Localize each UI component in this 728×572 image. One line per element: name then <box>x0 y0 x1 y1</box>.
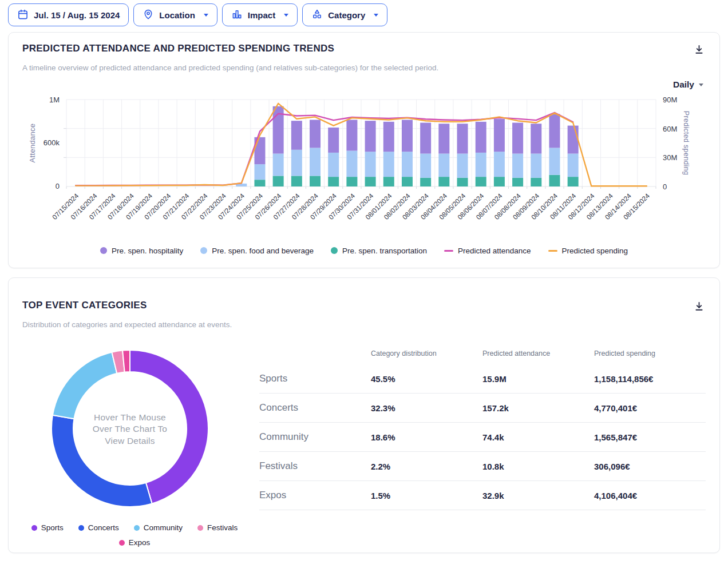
trends-subtitle: A timeline overview of predicted attenda… <box>22 63 706 72</box>
impact-filter[interactable]: Impact <box>222 3 298 26</box>
legend-dot-marker <box>331 247 338 254</box>
download-trends-button[interactable] <box>693 43 706 56</box>
categories-table: Category distributionPredicted attendanc… <box>252 346 706 547</box>
legend-item[interactable]: Predicted attendance <box>444 247 531 255</box>
date-range-picker[interactable]: Jul. 15 / Aug. 15 2024 <box>8 3 129 26</box>
donut-legend-item[interactable]: Community <box>134 523 183 532</box>
legend-dot-marker <box>100 247 107 254</box>
donut-slice-community[interactable] <box>53 352 117 419</box>
table-cell-distribution: 32.3% <box>371 394 482 423</box>
legend-item[interactable]: Pre. spen. food and beverage <box>200 247 314 255</box>
table-header: Predicted spending <box>594 346 706 364</box>
trends-chart[interactable]: 0600k1M030M60M90MAttendancePredicted spe… <box>22 95 706 243</box>
table-row-label: Community <box>259 423 371 452</box>
trends-legend: Pre. spen. hospitalityPre. spen. food an… <box>22 244 706 257</box>
trends-chart-svg: 0600k1M030M60M90MAttendancePredicted spe… <box>22 95 707 243</box>
trends-card: PREDICTED ATTENDANCE AND PREDICTED SPEND… <box>8 32 720 268</box>
table-cell-spending: 4,770,401€ <box>594 394 706 423</box>
table-cell-distribution: 1.5% <box>371 481 482 510</box>
legend-dot-marker <box>197 525 203 531</box>
donut-center-hint: Hover The Mouse Over The Chart To View D… <box>76 412 184 447</box>
filter-bar: Jul. 15 / Aug. 15 2024 Location Impact <box>8 3 720 26</box>
legend-dot-marker <box>78 525 84 531</box>
calendar-icon <box>17 9 29 22</box>
legend-line-marker <box>548 250 557 252</box>
legend-label: Pre. spen. food and beverage <box>212 247 314 255</box>
trends-title: PREDICTED ATTENDANCE AND PREDICTED SPEND… <box>22 43 334 54</box>
table-header-spacer <box>259 346 371 364</box>
categories-card: TOP EVENT CATEGORIES Distribution of cat… <box>8 277 720 553</box>
categories-subtitle: Distribution of categories and expected … <box>22 320 706 329</box>
donut-legend-item[interactable]: Sports <box>31 523 64 532</box>
legend-label: Concerts <box>88 523 119 532</box>
legend-dot-marker <box>134 525 140 531</box>
impact-filter-label: Impact <box>248 10 275 20</box>
svg-text:Predicted spending: Predicted spending <box>682 111 690 175</box>
svg-text:Attendance: Attendance <box>28 124 37 163</box>
svg-text:60M: 60M <box>663 125 677 133</box>
location-filter[interactable]: Location <box>133 3 217 26</box>
svg-text:0: 0 <box>56 182 60 190</box>
table-cell-spending: 306,096€ <box>594 452 706 481</box>
legend-label: Community <box>144 523 183 532</box>
legend-item[interactable]: Pre. spen. hospitality <box>100 247 183 255</box>
donut-legend-item[interactable]: Expos <box>119 538 151 547</box>
frequency-select[interactable]: Daily <box>671 80 706 90</box>
table-cell-spending: 4,106,404€ <box>594 481 706 510</box>
donut-legend-item[interactable]: Concerts <box>78 523 119 532</box>
donut-legend-item[interactable]: Festivals <box>197 523 238 532</box>
table-cell-attendance: 157.2k <box>482 394 594 423</box>
chevron-down-icon <box>374 14 378 17</box>
chevron-down-icon <box>284 14 288 17</box>
svg-text:90M: 90M <box>663 96 677 104</box>
legend-label: Predicted spending <box>562 247 628 255</box>
donut-chart[interactable]: Hover The Mouse Over The Chart To View D… <box>46 345 213 514</box>
shapes-icon <box>311 9 323 22</box>
legend-label: Festivals <box>207 523 238 532</box>
legend-line-marker <box>444 250 453 252</box>
table-cell-attendance: 10.8k <box>482 452 594 481</box>
download-icon <box>694 48 705 57</box>
legend-dot-marker <box>31 525 37 531</box>
dashboard-page: Jul. 15 / Aug. 15 2024 Location Impact <box>0 0 728 553</box>
location-filter-label: Location <box>159 10 195 20</box>
date-range-label: Jul. 15 / Aug. 15 2024 <box>34 10 120 20</box>
legend-label: Pre. spen. hospitality <box>112 247 183 255</box>
table-cell-distribution: 2.2% <box>371 452 482 481</box>
table-header: Category distribution <box>371 346 482 364</box>
legend-dot-marker <box>200 247 207 254</box>
svg-text:600k: 600k <box>43 138 60 147</box>
donut-legend: SportsConcertsCommunityFestivalsExpos <box>26 523 243 547</box>
chevron-down-icon <box>204 14 208 17</box>
table-cell-attendance: 32.9k <box>482 481 594 510</box>
svg-text:30M: 30M <box>663 153 677 162</box>
category-filter[interactable]: Category <box>302 3 387 26</box>
location-pin-icon <box>143 9 154 22</box>
table-row-label: Sports <box>259 364 371 394</box>
legend-label: Expos <box>129 538 151 547</box>
legend-item[interactable]: Predicted spending <box>548 247 628 255</box>
bar-chart-icon <box>231 9 243 22</box>
table-cell-distribution: 45.5% <box>371 364 482 394</box>
legend-label: Predicted attendance <box>458 247 531 255</box>
chevron-down-icon <box>699 84 703 86</box>
legend-dot-marker <box>119 540 125 546</box>
download-categories-button[interactable] <box>693 300 706 313</box>
table-cell-attendance: 15.9M <box>482 364 594 394</box>
frequency-value: Daily <box>673 80 694 90</box>
category-filter-label: Category <box>328 10 365 20</box>
legend-label: Pre. spen. transportation <box>342 247 427 255</box>
table-row-label: Expos <box>259 481 371 510</box>
categories-title: TOP EVENT CATEGORIES <box>22 300 147 311</box>
svg-text:0: 0 <box>663 182 667 191</box>
table-row-label: Concerts <box>259 394 371 423</box>
table-cell-attendance: 74.4k <box>482 423 594 452</box>
table-cell-spending: 1,565,847€ <box>594 423 706 452</box>
svg-text:1M: 1M <box>49 96 60 104</box>
legend-label: Sports <box>41 523 64 532</box>
download-icon <box>694 305 705 313</box>
table-row-label: Festivals <box>259 452 371 481</box>
table-cell-spending: 1,158,114,856€ <box>594 364 706 394</box>
table-cell-distribution: 18.6% <box>371 423 482 452</box>
legend-item[interactable]: Pre. spen. transportation <box>331 247 427 255</box>
